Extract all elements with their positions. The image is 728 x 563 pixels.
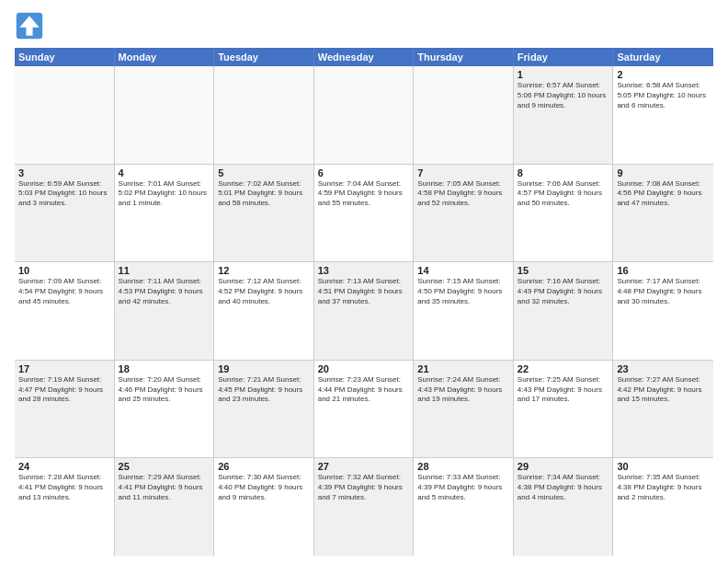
- cell-info: Sunrise: 7:15 AM Sunset: 4:50 PM Dayligh…: [417, 277, 509, 306]
- calendar-body: 1Sunrise: 6:57 AM Sunset: 5:06 PM Daylig…: [15, 66, 713, 556]
- cal-cell-r0-c2: [214, 66, 314, 164]
- header-day-tuesday: Tuesday: [214, 48, 314, 66]
- cell-info: Sunrise: 6:58 AM Sunset: 5:05 PM Dayligh…: [617, 81, 710, 110]
- day-number: 19: [218, 363, 310, 374]
- day-number: 18: [119, 363, 210, 374]
- cal-cell-r2-c3: 13Sunrise: 7:13 AM Sunset: 4:51 PM Dayli…: [314, 262, 415, 360]
- header-day-friday: Friday: [514, 48, 614, 66]
- cal-cell-r1-c0: 3Sunrise: 6:59 AM Sunset: 5:03 PM Daylig…: [15, 165, 115, 262]
- cal-cell-r1-c4: 7Sunrise: 7:05 AM Sunset: 4:58 PM Daylig…: [414, 165, 514, 262]
- cal-cell-r4-c3: 27Sunrise: 7:32 AM Sunset: 4:39 PM Dayli…: [314, 458, 415, 556]
- cell-info: Sunrise: 7:12 AM Sunset: 4:52 PM Dayligh…: [218, 277, 310, 306]
- cell-info: Sunrise: 7:16 AM Sunset: 4:49 PM Dayligh…: [518, 277, 609, 306]
- cell-info: Sunrise: 7:04 AM Sunset: 4:59 PM Dayligh…: [318, 179, 410, 209]
- cell-info: Sunrise: 7:11 AM Sunset: 4:53 PM Dayligh…: [119, 277, 210, 306]
- cell-info: Sunrise: 7:23 AM Sunset: 4:44 PM Dayligh…: [318, 375, 410, 405]
- day-number: 24: [18, 461, 110, 472]
- cell-info: Sunrise: 7:33 AM Sunset: 4:39 PM Dayligh…: [417, 473, 509, 502]
- cal-cell-r1-c5: 8Sunrise: 7:06 AM Sunset: 4:57 PM Daylig…: [514, 165, 614, 262]
- cell-info: Sunrise: 7:19 AM Sunset: 4:47 PM Dayligh…: [18, 375, 110, 405]
- cal-cell-r1-c2: 5Sunrise: 7:02 AM Sunset: 5:01 PM Daylig…: [214, 165, 314, 262]
- cal-cell-r4-c1: 25Sunrise: 7:29 AM Sunset: 4:41 PM Dayli…: [115, 458, 215, 556]
- day-number: 11: [119, 265, 210, 276]
- cal-cell-r1-c6: 9Sunrise: 7:08 AM Sunset: 4:56 PM Daylig…: [613, 165, 713, 262]
- cal-cell-r4-c6: 30Sunrise: 7:35 AM Sunset: 4:38 PM Dayli…: [613, 458, 713, 556]
- cell-info: Sunrise: 7:24 AM Sunset: 4:43 PM Dayligh…: [417, 375, 509, 405]
- cell-info: Sunrise: 7:28 AM Sunset: 4:41 PM Dayligh…: [18, 473, 110, 502]
- page: SundayMondayTuesdayWednesdayThursdayFrid…: [0, 0, 728, 563]
- day-number: 9: [617, 167, 710, 178]
- cal-cell-r4-c4: 28Sunrise: 7:33 AM Sunset: 4:39 PM Dayli…: [414, 458, 514, 556]
- cal-cell-r0-c3: [314, 66, 415, 164]
- day-number: 29: [518, 461, 609, 472]
- calendar: SundayMondayTuesdayWednesdayThursdayFrid…: [15, 48, 713, 556]
- cal-cell-r1-c3: 6Sunrise: 7:04 AM Sunset: 4:59 PM Daylig…: [314, 165, 415, 262]
- header-day-thursday: Thursday: [414, 48, 514, 66]
- cell-info: Sunrise: 6:57 AM Sunset: 5:06 PM Dayligh…: [518, 81, 609, 110]
- day-number: 30: [617, 461, 710, 472]
- day-number: 13: [318, 265, 410, 276]
- day-number: 17: [18, 363, 110, 374]
- cell-info: Sunrise: 7:05 AM Sunset: 4:58 PM Dayligh…: [417, 179, 509, 209]
- day-number: 21: [417, 363, 509, 374]
- cal-cell-r0-c1: [115, 66, 215, 164]
- cell-info: Sunrise: 7:02 AM Sunset: 5:01 PM Dayligh…: [218, 179, 310, 209]
- cell-info: Sunrise: 7:29 AM Sunset: 4:41 PM Dayligh…: [119, 473, 210, 502]
- cal-cell-r3-c6: 23Sunrise: 7:27 AM Sunset: 4:42 PM Dayli…: [613, 361, 713, 458]
- cell-info: Sunrise: 7:09 AM Sunset: 4:54 PM Dayligh…: [18, 277, 110, 306]
- header-day-saturday: Saturday: [613, 48, 713, 66]
- cell-info: Sunrise: 7:21 AM Sunset: 4:45 PM Dayligh…: [218, 375, 310, 405]
- cal-cell-r3-c0: 17Sunrise: 7:19 AM Sunset: 4:47 PM Dayli…: [15, 361, 115, 458]
- cal-cell-r3-c4: 21Sunrise: 7:24 AM Sunset: 4:43 PM Dayli…: [414, 361, 514, 458]
- cell-info: Sunrise: 6:59 AM Sunset: 5:03 PM Dayligh…: [18, 179, 110, 209]
- day-number: 7: [417, 167, 509, 178]
- day-number: 25: [119, 461, 210, 472]
- day-number: 27: [318, 461, 410, 472]
- day-number: 8: [518, 167, 609, 178]
- cal-cell-r1-c1: 4Sunrise: 7:01 AM Sunset: 5:02 PM Daylig…: [115, 165, 215, 262]
- day-number: 16: [617, 265, 710, 276]
- cal-cell-r2-c5: 15Sunrise: 7:16 AM Sunset: 4:49 PM Dayli…: [514, 262, 614, 360]
- cal-cell-r2-c6: 16Sunrise: 7:17 AM Sunset: 4:48 PM Dayli…: [613, 262, 713, 360]
- cal-cell-r2-c1: 11Sunrise: 7:11 AM Sunset: 4:53 PM Dayli…: [115, 262, 215, 360]
- cell-info: Sunrise: 7:30 AM Sunset: 4:40 PM Dayligh…: [218, 473, 310, 502]
- cell-info: Sunrise: 7:35 AM Sunset: 4:38 PM Dayligh…: [617, 473, 710, 502]
- cell-info: Sunrise: 7:27 AM Sunset: 4:42 PM Dayligh…: [617, 375, 710, 405]
- cell-info: Sunrise: 7:17 AM Sunset: 4:48 PM Dayligh…: [617, 277, 710, 306]
- day-number: 28: [417, 461, 509, 472]
- cal-cell-r3-c2: 19Sunrise: 7:21 AM Sunset: 4:45 PM Dayli…: [214, 361, 314, 458]
- day-number: 5: [218, 167, 310, 178]
- cal-cell-r0-c5: 1Sunrise: 6:57 AM Sunset: 5:06 PM Daylig…: [514, 66, 614, 164]
- day-number: 14: [417, 265, 509, 276]
- day-number: 23: [617, 363, 710, 374]
- cal-row-1: 3Sunrise: 6:59 AM Sunset: 5:03 PM Daylig…: [15, 165, 713, 263]
- header: [15, 11, 713, 40]
- cal-row-4: 24Sunrise: 7:28 AM Sunset: 4:41 PM Dayli…: [15, 458, 713, 556]
- day-number: 1: [518, 69, 609, 80]
- cal-cell-r0-c6: 2Sunrise: 6:58 AM Sunset: 5:05 PM Daylig…: [613, 66, 713, 164]
- header-day-wednesday: Wednesday: [314, 48, 415, 66]
- cell-info: Sunrise: 7:06 AM Sunset: 4:57 PM Dayligh…: [518, 179, 609, 209]
- cal-cell-r2-c0: 10Sunrise: 7:09 AM Sunset: 4:54 PM Dayli…: [15, 262, 115, 360]
- cal-cell-r3-c1: 18Sunrise: 7:20 AM Sunset: 4:46 PM Dayli…: [115, 361, 215, 458]
- cal-cell-r4-c5: 29Sunrise: 7:34 AM Sunset: 4:38 PM Dayli…: [514, 458, 614, 556]
- header-day-monday: Monday: [115, 48, 215, 66]
- day-number: 12: [218, 265, 310, 276]
- cal-cell-r2-c2: 12Sunrise: 7:12 AM Sunset: 4:52 PM Dayli…: [214, 262, 314, 360]
- cal-cell-r4-c0: 24Sunrise: 7:28 AM Sunset: 4:41 PM Dayli…: [15, 458, 115, 556]
- cell-info: Sunrise: 7:01 AM Sunset: 5:02 PM Dayligh…: [119, 179, 210, 209]
- logo: [15, 11, 48, 40]
- cal-row-0: 1Sunrise: 6:57 AM Sunset: 5:06 PM Daylig…: [15, 66, 713, 165]
- day-number: 4: [119, 167, 210, 178]
- calendar-header: SundayMondayTuesdayWednesdayThursdayFrid…: [15, 48, 713, 66]
- cell-info: Sunrise: 7:25 AM Sunset: 4:43 PM Dayligh…: [518, 375, 609, 405]
- day-number: 26: [218, 461, 310, 472]
- cal-cell-r4-c2: 26Sunrise: 7:30 AM Sunset: 4:40 PM Dayli…: [214, 458, 314, 556]
- day-number: 6: [318, 167, 410, 178]
- day-number: 10: [18, 265, 110, 276]
- cal-row-3: 17Sunrise: 7:19 AM Sunset: 4:47 PM Dayli…: [15, 361, 713, 459]
- cal-cell-r0-c0: [15, 66, 115, 164]
- cell-info: Sunrise: 7:08 AM Sunset: 4:56 PM Dayligh…: [617, 179, 710, 209]
- day-number: 2: [617, 69, 710, 80]
- cell-info: Sunrise: 7:32 AM Sunset: 4:39 PM Dayligh…: [318, 473, 410, 502]
